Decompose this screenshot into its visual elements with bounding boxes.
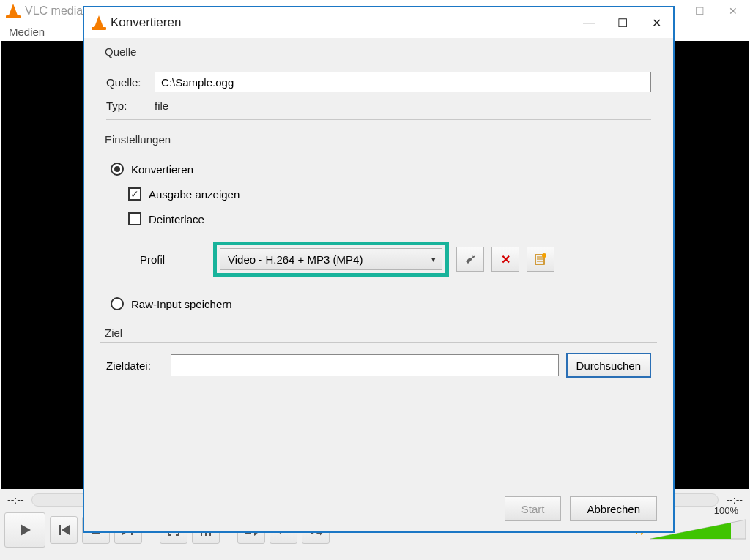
profil-edit-button[interactable] xyxy=(456,247,484,272)
profil-label: Profil xyxy=(140,253,206,266)
convert-dialog: Konvertieren — ☐ ✕ Quelle Quelle: Typ: f… xyxy=(83,6,675,533)
dialog-maximize-button[interactable]: ☐ xyxy=(606,7,639,38)
einstellungen-group: Einstellungen Konvertieren ✓ Ausgabe anz… xyxy=(100,133,657,313)
typ-label: Typ: xyxy=(106,100,155,112)
radio-raw-input[interactable]: Raw-Input speichern xyxy=(100,294,657,313)
radio-konvertieren[interactable]: Konvertieren xyxy=(100,160,657,179)
svg-point-23 xyxy=(542,253,546,258)
dialog-close-button[interactable]: ✕ xyxy=(639,7,673,38)
profil-dropdown[interactable]: Video - H.264 + MP3 (MP4) xyxy=(220,248,442,270)
menu-medien[interactable]: Medien xyxy=(9,26,45,38)
quelle-input[interactable] xyxy=(155,72,651,92)
prev-button[interactable] xyxy=(50,516,78,544)
checkbox-deinterlace[interactable]: Deinterlace xyxy=(100,209,657,228)
dialog-title: Konvertieren xyxy=(111,15,181,30)
svg-marker-0 xyxy=(21,524,31,536)
profil-highlight: Video - H.264 + MP3 (MP4) xyxy=(213,242,449,277)
play-icon xyxy=(18,523,32,537)
quelle-group: Quelle Quelle: Typ: file xyxy=(100,45,657,120)
vlc-cone-icon xyxy=(92,15,106,30)
skip-prev-icon xyxy=(56,523,71,537)
dialog-minimize-button[interactable]: — xyxy=(572,7,606,38)
play-button[interactable] xyxy=(4,512,45,548)
time-total: --:-- xyxy=(726,494,743,506)
new-profile-icon xyxy=(534,253,547,266)
radio-icon xyxy=(111,163,124,176)
radio-icon xyxy=(111,297,124,310)
profil-new-button[interactable] xyxy=(527,247,554,272)
ziel-group: Ziel Zieldatei: Durchsuchen xyxy=(100,326,657,378)
svg-rect-14 xyxy=(245,533,251,534)
quelle-label: Quelle: xyxy=(106,76,155,89)
checkbox-ausgabe-anzeigen[interactable]: ✓ Ausgabe anzeigen xyxy=(100,184,657,204)
checkbox-icon xyxy=(128,212,141,225)
abbrechen-button[interactable]: Abbrechen xyxy=(570,496,657,521)
profil-delete-button[interactable]: ✕ xyxy=(491,247,519,272)
wrench-icon xyxy=(464,253,477,266)
vlc-cone-icon xyxy=(6,4,21,18)
start-button[interactable]: Start xyxy=(505,496,562,521)
svg-marker-2 xyxy=(62,525,70,535)
durchsuchen-button[interactable]: Durchsuchen xyxy=(566,353,651,378)
svg-rect-1 xyxy=(59,525,61,535)
checkbox-icon: ✓ xyxy=(128,187,141,201)
typ-value: file xyxy=(155,100,168,112)
zieldatei-label: Zieldatei: xyxy=(106,359,163,372)
ziel-group-title: Ziel xyxy=(100,326,657,339)
volume-percent: 100% xyxy=(714,505,738,516)
main-maximize-button[interactable]: ☐ xyxy=(683,0,716,22)
main-close-button[interactable]: ✕ xyxy=(716,0,750,22)
quelle-group-title: Quelle xyxy=(100,45,657,58)
einstellungen-group-title: Einstellungen xyxy=(100,133,657,146)
dialog-titlebar: Konvertieren — ☐ ✕ xyxy=(84,7,673,38)
delete-icon: ✕ xyxy=(501,253,510,266)
time-elapsed: --:-- xyxy=(7,494,24,506)
zieldatei-input[interactable] xyxy=(171,354,559,376)
